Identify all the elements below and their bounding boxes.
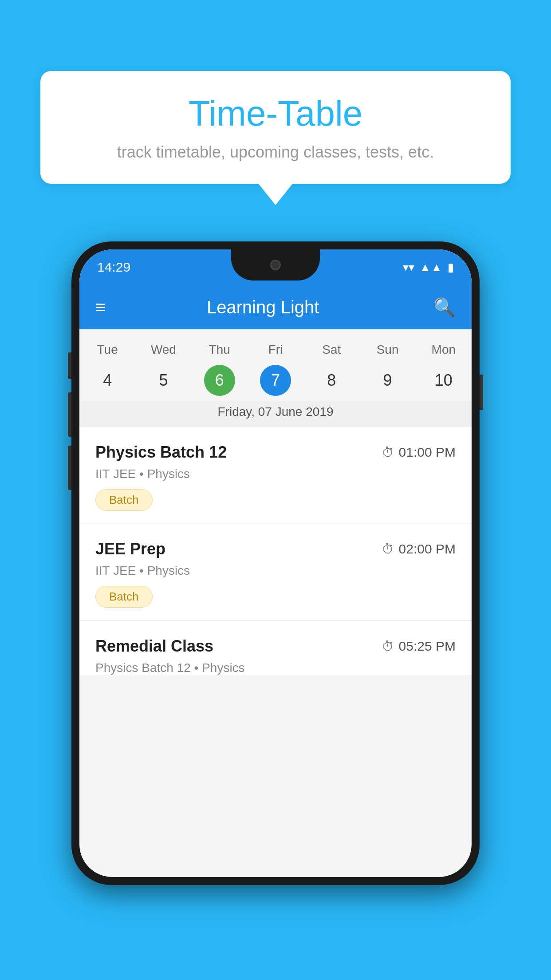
calendar-strip: Tue Wed Thu Fri Sat Sun Mon 4 5 <box>79 329 472 427</box>
app-toolbar: ≡ Learning Light 🔍 <box>79 285 472 329</box>
volume-up-button <box>68 392 71 437</box>
bubble-subtitle: track timetable, upcoming classes, tests… <box>67 143 484 162</box>
schedule-item-3[interactable]: Remedial Class ⏱ 05:25 PM Physics Batch … <box>79 620 472 675</box>
schedule-item-1-time-value: 01:00 PM <box>399 445 456 460</box>
front-camera <box>270 260 281 270</box>
clock-icon-2: ⏱ <box>382 542 394 557</box>
schedule-item-2-header: JEE Prep ⏱ 02:00 PM <box>95 540 456 558</box>
schedule-item-3-header: Remedial Class ⏱ 05:25 PM <box>95 637 456 656</box>
status-time: 14:29 <box>97 260 130 275</box>
status-icons: ▾▾ ▲▲ ▮ <box>403 261 454 274</box>
silent-button <box>68 352 71 379</box>
battery-icon: ▮ <box>448 261 454 274</box>
day-thu: Thu <box>192 338 248 361</box>
days-of-week-row: Tue Wed Thu Fri Sat Sun Mon <box>79 329 472 361</box>
speech-bubble-section: Time-Table track timetable, upcoming cla… <box>40 71 511 184</box>
date-7-selected[interactable]: 7 <box>248 365 303 396</box>
dates-row: 4 5 6 7 8 <box>79 361 472 401</box>
schedule-item-2-tag: Batch <box>95 586 153 608</box>
date-9[interactable]: 9 <box>359 365 415 396</box>
phone-mockup: 14:29 ▾▾ ▲▲ ▮ ≡ Learning Light 🔍 <box>71 241 480 885</box>
day-fri: Fri <box>248 338 303 361</box>
date-8[interactable]: 8 <box>303 365 359 396</box>
schedule-item-2-meta: IIT JEE • Physics <box>95 564 456 578</box>
day-sun: Sun <box>359 338 415 361</box>
power-button <box>480 375 483 410</box>
signal-icon: ▲▲ <box>420 261 442 274</box>
date-6-today[interactable]: 6 <box>192 365 248 396</box>
wifi-icon: ▾▾ <box>403 261 414 274</box>
schedule-item-2-title: JEE Prep <box>95 540 165 558</box>
speech-bubble-card: Time-Table track timetable, upcoming cla… <box>40 71 511 184</box>
schedule-item-3-meta: Physics Batch 12 • Physics <box>95 661 456 675</box>
schedule-item-3-title: Remedial Class <box>95 637 213 656</box>
schedule-item-2-time: ⏱ 02:00 PM <box>382 541 456 557</box>
day-sat: Sat <box>303 338 359 361</box>
screen-content: 14:29 ▾▾ ▲▲ ▮ ≡ Learning Light 🔍 <box>79 249 472 877</box>
menu-icon[interactable]: ≡ <box>95 297 106 317</box>
selected-date-label: Friday, 07 June 2019 <box>79 401 472 427</box>
phone-screen: 14:29 ▾▾ ▲▲ ▮ ≡ Learning Light 🔍 <box>79 249 472 877</box>
schedule-item-1-time: ⏱ 01:00 PM <box>382 445 456 460</box>
schedule-item-3-time-value: 05:25 PM <box>399 639 456 654</box>
volume-down-button <box>68 446 71 490</box>
phone-outer-shell: 14:29 ▾▾ ▲▲ ▮ ≡ Learning Light 🔍 <box>71 241 480 885</box>
schedule-item-2[interactable]: JEE Prep ⏱ 02:00 PM IIT JEE • Physics Ba… <box>79 524 472 620</box>
clock-icon-3: ⏱ <box>382 639 394 654</box>
schedule-item-3-time: ⏱ 05:25 PM <box>382 639 456 654</box>
schedule-item-1[interactable]: Physics Batch 12 ⏱ 01:00 PM IIT JEE • Ph… <box>79 427 472 524</box>
schedule-list: Physics Batch 12 ⏱ 01:00 PM IIT JEE • Ph… <box>79 427 472 675</box>
day-mon: Mon <box>416 338 472 361</box>
date-4[interactable]: 4 <box>79 365 135 396</box>
bubble-title: Time-Table <box>67 93 484 134</box>
toolbar-title: Learning Light <box>106 297 420 317</box>
schedule-item-1-header: Physics Batch 12 ⏱ 01:00 PM <box>95 443 456 462</box>
date-10[interactable]: 10 <box>416 365 472 396</box>
day-tue: Tue <box>79 338 135 361</box>
phone-notch <box>231 249 320 281</box>
day-wed: Wed <box>135 338 191 361</box>
search-icon[interactable]: 🔍 <box>433 297 456 318</box>
schedule-item-1-title: Physics Batch 12 <box>95 443 227 462</box>
clock-icon-1: ⏱ <box>382 445 394 460</box>
schedule-item-2-time-value: 02:00 PM <box>399 541 456 557</box>
schedule-item-1-meta: IIT JEE • Physics <box>95 467 456 481</box>
date-5[interactable]: 5 <box>135 365 191 396</box>
schedule-item-1-tag: Batch <box>95 489 153 511</box>
